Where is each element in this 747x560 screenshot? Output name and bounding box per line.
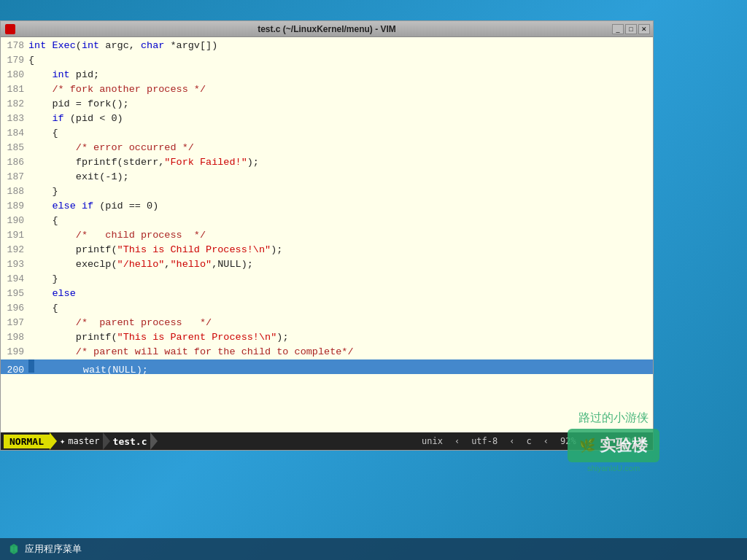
code-line: 181 /* fork another process */ [1,82,653,97]
line-number: 197 [1,316,28,330]
code-line: 186 fprintf(stderr,"Fork Failed!"); [1,155,653,170]
vim-mode: NORMAL [4,435,50,448]
token-plain [28,84,52,95]
code-line: 196 { [1,301,653,316]
desktop: test.c (~/LinuxKernel/menu) - VIM _ □ ✕ … [0,0,747,560]
minimize-button[interactable]: _ [612,24,624,34]
branch-arrow [103,432,110,450]
line-number: 191 [1,228,28,243]
line-body: { [28,126,58,141]
token-plain: ); [271,244,282,255]
token-kw: int [52,69,75,80]
close-button[interactable]: ✕ [638,24,650,34]
line-body: { [28,301,58,316]
file-format: unix [419,436,446,446]
code-line: 188 } [1,184,653,199]
code-line: 185 /* error occurred */ [1,141,653,155]
token-plain: } [28,273,58,284]
token-plain: (pid < 0) [70,113,123,124]
token-plain [28,230,76,241]
token-plain: printf( [28,332,117,343]
token-plain: { [28,128,58,139]
line-number: 194 [1,272,28,287]
line-body: } [28,272,58,287]
token-str: "Fork Failed!" [164,157,247,168]
maximize-button[interactable]: □ [625,24,637,34]
token-kw: int [28,40,52,51]
watermark-url: shiyanloU.com [568,464,659,472]
line-body: int pid; [28,68,99,82]
line-number: 198 [1,330,28,345]
token-plain: { [28,215,58,226]
line-number: 190 [1,214,28,228]
token-plain: printf( [28,244,117,255]
code-line: 192 printf("This is Child Process!\n"); [1,243,653,257]
watermark-text1: 路过的小游侠 [568,411,659,426]
line-body: pid = fork(); [28,97,129,112]
line-number: 183 [1,112,28,126]
line-number: 180 [1,68,28,82]
line-number: 188 [1,184,28,199]
code-line: 182 pid = fork(); [1,97,653,112]
line-body: { [28,53,34,68]
token-cmt: /* error occurred */ [76,142,194,153]
cursor-indicator [28,359,34,373]
code-line: 199 /* parent will wait for the child to… [1,345,653,359]
line-body: /* child process */ [28,228,206,243]
token-plain: pid = fork(); [28,98,129,109]
token-plain: ); [276,332,288,343]
line-body: printf("This is Child Process!\n"); [28,243,282,257]
watermark-logo-text: 实验楼 [600,435,648,456]
token-plain: exit(-1); [28,171,129,182]
token-kw: if [52,113,69,124]
line-body: if (pid < 0) [28,112,123,126]
token-kw: char [141,40,171,51]
token-plain [28,69,52,80]
token-plain: { [28,55,34,66]
title-bar: test.c (~/LinuxKernel/menu) - VIM _ □ ✕ [1,21,653,37]
git-symbol: ✦ [60,436,65,446]
mode-arrow [50,432,57,450]
line-body: { [28,214,58,228]
code-line: 198 printf("This is Parent Process!\n"); [1,330,653,345]
code-line: 193 execlp("/hello","hello",NULL); [1,257,653,272]
token-plain [28,113,52,124]
line-number: 187 [1,170,28,184]
window-controls: _ □ ✕ [612,24,650,34]
token-plain: execlp( [28,259,117,270]
git-branch: master [68,436,99,446]
watermark: 路过的小游侠 🌿 实验楼 shiyanloU.com [568,411,659,472]
token-kw: else if [28,201,99,211]
token-fn: Exec [52,40,75,51]
token-plain: ( [76,40,82,51]
line-body: exit(-1); [28,170,129,184]
token-str: "This is Parent Process!\n" [117,332,277,343]
token-kw: else [28,288,76,299]
code-line: 179{ [1,53,653,68]
token-cmt: /* parent process */ [76,317,212,328]
line-body: execlp("/hello","hello",NULL); [28,257,253,272]
token-plain: (pid == 0) [99,201,158,211]
status-filename: test.c [110,436,150,447]
window-icon [5,24,15,34]
token-str: "hello" [170,259,212,270]
token-plain: fprintf(stderr, [28,157,164,168]
token-cmt: /* child process */ [76,230,206,241]
git-info: ✦ master [57,436,103,446]
token-plain: ); [247,157,259,168]
line-number: 179 [1,53,28,68]
line-number: 185 [1,141,28,155]
code-area: 178int Exec(int argc, char *argv[])179{1… [1,37,653,432]
taskbar-menu-button[interactable]: 应用程序菜单 [7,542,82,556]
code-line: 190 { [1,214,653,228]
line-number: 199 [1,345,28,359]
line-body: wait(NULL); [36,363,148,378]
separator1: ‹ [452,436,462,446]
line-number: 189 [1,199,28,214]
taskbar-menu-label: 应用程序菜单 [25,542,82,556]
vim-window: test.c (~/LinuxKernel/menu) - VIM _ □ ✕ … [0,20,654,451]
token-plain [28,346,76,357]
token-plain: wait(NULL); [36,365,148,376]
code-line: 180 int pid; [1,68,653,82]
watermark-logo: 🌿 实验楼 [568,429,659,462]
